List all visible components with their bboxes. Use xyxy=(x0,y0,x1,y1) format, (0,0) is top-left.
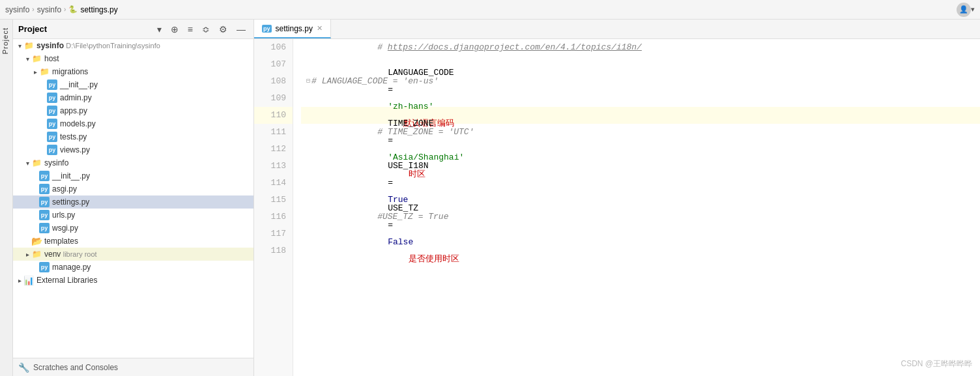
python-icon-wsgi: py xyxy=(39,223,50,233)
breadcrumb-sysinfo2[interactable]: sysinfo xyxy=(37,5,61,14)
tree-item-wsgi[interactable]: py wsgi.py xyxy=(13,222,253,235)
tree-label-host: host xyxy=(44,54,59,63)
panel-icon-align[interactable]: ≡ xyxy=(185,23,195,36)
tree-item-templates[interactable]: 📂 templates xyxy=(13,235,253,248)
tree-label-sysinfo-root: sysinfo D:\File\pythonTraining\sysinfo xyxy=(36,41,160,50)
top-bar: sysinfo › sysinfo › 🐍 settings.py 👤 ▾ xyxy=(0,0,980,20)
sidebar-strip: Project xyxy=(0,20,13,376)
scratches-icon: 🔧 xyxy=(18,362,29,373)
panel-icon-settings[interactable]: ⚙ xyxy=(216,23,230,36)
scratches-panel[interactable]: 🔧 Scratches and Consoles xyxy=(13,358,253,376)
breadcrumb-settings[interactable]: settings.py xyxy=(80,5,117,14)
python-icon-settings: py xyxy=(39,197,50,207)
file-tree: ▾ 📁 sysinfo D:\File\pythonTraining\sysin… xyxy=(13,39,253,358)
python-icon-apps: py xyxy=(47,106,57,116)
python-icon-tests: py xyxy=(47,132,57,142)
tree-item-sysinfo-root[interactable]: ▾ 📁 sysinfo D:\File\pythonTraining\sysin… xyxy=(13,39,253,52)
tree-label-models: models.py xyxy=(60,119,96,128)
folder-icon-migrations: 📁 xyxy=(39,66,50,77)
tree-item-apps[interactable]: py apps.py xyxy=(13,104,253,117)
linenum-118: 118 xyxy=(254,242,293,259)
icon-external-libs: 📊 xyxy=(23,275,34,285)
annotation-117: 是否使用时区 xyxy=(398,254,459,264)
tree-item-urls[interactable]: py urls.py xyxy=(13,209,253,222)
tree-item-external-libs[interactable]: ▸ 📊 External Libraries xyxy=(13,274,253,287)
tree-label-external-libs: External Libraries xyxy=(36,276,97,285)
sidebar-strip-label: Project xyxy=(0,25,10,57)
tree-label-wsgi: wsgi.py xyxy=(52,224,78,233)
panel-icon-minimize[interactable]: — xyxy=(234,23,248,36)
code-line-117: USE_TZ = False 是否使用时区 xyxy=(301,225,980,242)
linenum-109: 109 xyxy=(254,90,293,107)
tree-item-settings[interactable]: py settings.py xyxy=(13,195,253,209)
tab-label-settings: settings.py xyxy=(276,24,313,33)
linenum-112: 112 xyxy=(254,141,293,158)
tree-item-models[interactable]: py models.py xyxy=(13,117,253,130)
python-icon-host-init: py xyxy=(47,80,57,90)
python-icon-asgi: py xyxy=(39,184,50,194)
tree-label-urls: urls.py xyxy=(52,210,75,220)
tree-item-sysinfo-sub[interactable]: ▾ 📁 sysinfo xyxy=(13,156,253,169)
tree-label-host-init: __init__.py xyxy=(60,80,98,89)
folder-icon-templates: 📂 xyxy=(31,236,42,246)
breadcrumb-sysinfo1[interactable]: sysinfo xyxy=(5,5,29,14)
linenum-111: 111 xyxy=(254,124,293,141)
panel-icon-collapse[interactable]: ≎ xyxy=(199,23,212,36)
arrow-sysinfo-root: ▾ xyxy=(16,42,23,50)
linenum-114: 114 xyxy=(254,175,293,192)
tree-item-migrations[interactable]: ▸ 📁 migrations xyxy=(13,65,253,78)
code-editor: 106 107 108 109 110 111 112 113 114 115 … xyxy=(254,39,980,376)
arrow-external-libs: ▸ xyxy=(16,277,23,284)
python-icon-views: py xyxy=(47,145,57,155)
user-avatar[interactable]: 👤 xyxy=(957,3,971,17)
tree-label-apps: apps.py xyxy=(60,106,87,115)
tree-label-sysinfo-sub: sysinfo xyxy=(44,158,68,167)
folder-icon-sysinfo-root: 📁 xyxy=(23,40,34,51)
arrow-venv: ▸ xyxy=(23,251,31,258)
tree-item-venv[interactable]: ▸ 📁 venv library root xyxy=(13,248,253,261)
project-panel: Project ▾ ⊕ ≡ ≎ ⚙ — ▾ 📁 sysinfo D:\File\… xyxy=(13,20,254,376)
linenum-116: 116 xyxy=(254,209,293,225)
tree-item-asgi[interactable]: py asgi.py xyxy=(13,182,253,195)
main-layout: Project Project ▾ ⊕ ≡ ≎ ⚙ — ▾ 📁 sysinfo … xyxy=(0,20,980,376)
tree-label-venv: venv library root xyxy=(44,250,97,259)
tree-item-host-init[interactable]: py __init__.py xyxy=(13,78,253,91)
tree-label-asgi: asgi.py xyxy=(52,184,77,194)
python-icon-sysinfo-init: py xyxy=(39,171,50,181)
arrow-host: ▾ xyxy=(23,55,31,63)
linenum-106: 106 xyxy=(254,39,293,56)
tree-item-sysinfo-init[interactable]: py __init__.py xyxy=(13,169,253,182)
linenum-107: 107 xyxy=(254,56,293,73)
file-icon-settings: 🐍 xyxy=(68,5,78,14)
tree-item-manage[interactable]: py manage.py xyxy=(13,261,253,274)
arrow-migrations: ▸ xyxy=(31,68,39,76)
python-icon-urls: py xyxy=(39,210,50,220)
python-icon-models: py xyxy=(47,119,57,129)
panel-icon-target[interactable]: ⊕ xyxy=(168,23,181,36)
code-content[interactable]: # https://docs.djangoproject.com/en/4.1/… xyxy=(293,39,980,376)
panel-dropdown-icon[interactable]: ▾ xyxy=(154,23,164,36)
tree-item-views[interactable]: py views.py xyxy=(13,143,253,156)
tree-item-tests[interactable]: py tests.py xyxy=(13,130,253,143)
linenum-113: 113 xyxy=(254,158,293,175)
arrow-sysinfo-sub: ▾ xyxy=(23,160,31,167)
editor-tabs: py settings.py ✕ xyxy=(254,20,980,39)
project-panel-header: Project ▾ ⊕ ≡ ≎ ⚙ — xyxy=(13,20,253,39)
tree-item-host[interactable]: ▾ 📁 host xyxy=(13,52,253,65)
linenum-115: 115 xyxy=(254,192,293,209)
breadcrumb: sysinfo › sysinfo › 🐍 settings.py xyxy=(5,5,118,14)
scratches-label: Scratches and Consoles xyxy=(33,363,118,372)
project-panel-title: Project xyxy=(18,24,151,34)
python-icon-admin: py xyxy=(47,93,57,103)
tab-close-settings[interactable]: ✕ xyxy=(317,24,323,33)
line-numbers: 106 107 108 109 110 111 112 113 114 115 … xyxy=(254,39,293,376)
editor-tab-settings[interactable]: py settings.py ✕ xyxy=(254,20,331,38)
tree-label-manage: manage.py xyxy=(52,263,91,272)
tree-label-templates: templates xyxy=(44,237,78,246)
folder-icon-host: 📁 xyxy=(31,53,42,64)
tree-label-views: views.py xyxy=(60,145,90,154)
linenum-108: 108 xyxy=(254,73,293,90)
tree-label-settings: settings.py xyxy=(52,197,89,207)
tree-item-admin[interactable]: py admin.py xyxy=(13,91,253,104)
tree-label-migrations: migrations xyxy=(52,67,88,76)
